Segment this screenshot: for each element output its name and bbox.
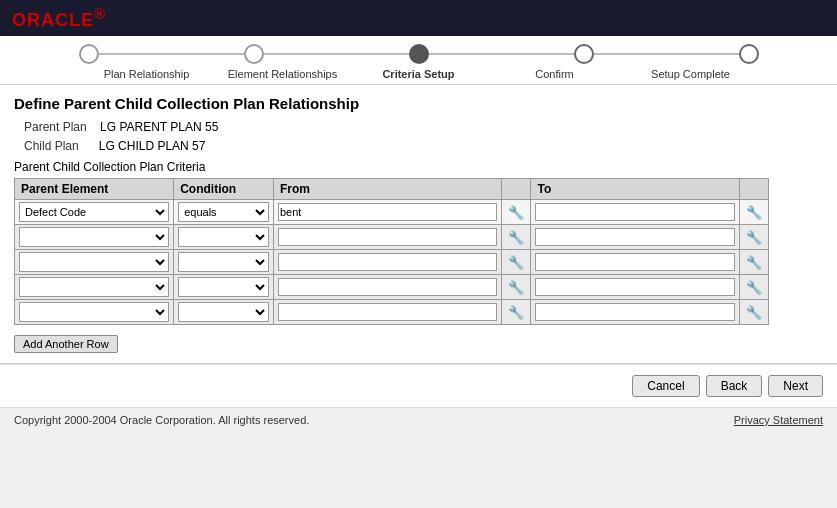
row2-to-cell[interactable] (531, 225, 740, 250)
row3-element-cell[interactable] (15, 250, 174, 275)
row3-to-cell[interactable] (531, 250, 740, 275)
wizard-label-5: Setup Complete (623, 66, 759, 80)
row2-to-btn-cell[interactable]: 🔧 (739, 225, 768, 250)
wizard-step-4-circle (574, 44, 594, 64)
content-area: Define Parent Child Collection Plan Rela… (0, 85, 837, 364)
parent-plan-value: LG PARENT PLAN 55 (100, 120, 218, 134)
row5-to-cell[interactable] (531, 300, 740, 325)
row5-element-cell[interactable] (15, 300, 174, 325)
row2-from-btn-cell[interactable]: 🔧 (502, 225, 531, 250)
row5-from-lookup-button[interactable]: 🔧 (506, 305, 526, 320)
row4-to-cell[interactable] (531, 275, 740, 300)
row3-condition-cell[interactable] (174, 250, 274, 275)
row4-from-btn-cell[interactable]: 🔧 (502, 275, 531, 300)
row4-to-btn-cell[interactable]: 🔧 (739, 275, 768, 300)
row4-element-cell[interactable] (15, 275, 174, 300)
row1-from-btn-cell[interactable]: 🔧 (502, 200, 531, 225)
page-title: Define Parent Child Collection Plan Rela… (14, 95, 823, 112)
row1-condition-select[interactable]: equals (178, 202, 269, 222)
wizard-bar: Plan Relationship Element Relationships … (0, 36, 837, 85)
row3-to-lookup-button[interactable]: 🔧 (744, 255, 764, 270)
footer-nav: Cancel Back Next (0, 364, 837, 407)
child-plan-label: Child Plan (24, 139, 79, 153)
privacy-statement-link[interactable]: Privacy Statement (734, 414, 823, 426)
row2-to-lookup-button[interactable]: 🔧 (744, 230, 764, 245)
table-row: Defect Code equals 🔧 � (15, 200, 769, 225)
row5-from-cell[interactable] (273, 300, 502, 325)
row3-element-select[interactable] (19, 252, 169, 272)
row2-condition-select[interactable] (178, 227, 269, 247)
table-row: 🔧 🔧 (15, 275, 769, 300)
row2-from-lookup-button[interactable]: 🔧 (506, 230, 526, 245)
row4-from-lookup-button[interactable]: 🔧 (506, 280, 526, 295)
col-header-to-btn (739, 179, 768, 200)
col-header-condition: Condition (174, 179, 274, 200)
row5-condition-cell[interactable] (174, 300, 274, 325)
table-row: 🔧 🔧 (15, 300, 769, 325)
row1-to-lookup-button[interactable]: 🔧 (744, 205, 764, 220)
col-header-parent-element: Parent Element (15, 179, 174, 200)
row2-to-input[interactable] (535, 228, 735, 246)
table-row: 🔧 🔧 (15, 250, 769, 275)
copyright-footer: Copyright 2000-2004 Oracle Corporation. … (0, 407, 837, 432)
row2-from-input[interactable] (278, 228, 498, 246)
wizard-step-2-circle (244, 44, 264, 64)
back-button[interactable]: Back (706, 375, 763, 397)
row4-from-input[interactable] (278, 278, 498, 296)
copyright-text: Copyright 2000-2004 Oracle Corporation. … (14, 414, 309, 426)
add-row-container: Add Another Row (14, 331, 823, 353)
wizard-line-3 (429, 53, 574, 55)
add-another-row-button[interactable]: Add Another Row (14, 335, 118, 353)
wizard-label-1: Plan Relationship (79, 66, 215, 80)
wizard-labels-row: Plan Relationship Element Relationships … (79, 66, 759, 80)
row4-element-select[interactable] (19, 277, 169, 297)
criteria-table: Parent Element Condition From To Defect … (14, 178, 769, 325)
col-header-to: To (531, 179, 740, 200)
row1-element-cell[interactable]: Defect Code (15, 200, 174, 225)
wizard-label-2: Element Relationships (215, 66, 351, 80)
oracle-logo: ORACLE® (12, 5, 106, 31)
row4-from-cell[interactable] (273, 275, 502, 300)
row3-from-lookup-button[interactable]: 🔧 (506, 255, 526, 270)
row5-from-btn-cell[interactable]: 🔧 (502, 300, 531, 325)
row5-to-lookup-button[interactable]: 🔧 (744, 305, 764, 320)
row3-condition-select[interactable] (178, 252, 269, 272)
row1-to-input[interactable] (535, 203, 735, 221)
wizard-steps-row (79, 44, 759, 64)
row5-to-btn-cell[interactable]: 🔧 (739, 300, 768, 325)
row4-to-input[interactable] (535, 278, 735, 296)
row4-condition-select[interactable] (178, 277, 269, 297)
row3-to-btn-cell[interactable]: 🔧 (739, 250, 768, 275)
next-button[interactable]: Next (768, 375, 823, 397)
col-header-from-btn (502, 179, 531, 200)
row1-from-input[interactable] (278, 203, 498, 221)
row1-from-lookup-button[interactable]: 🔧 (506, 205, 526, 220)
row5-from-input[interactable] (278, 303, 498, 321)
row1-condition-cell[interactable]: equals (174, 200, 274, 225)
row4-to-lookup-button[interactable]: 🔧 (744, 280, 764, 295)
row2-element-cell[interactable] (15, 225, 174, 250)
row2-element-select[interactable] (19, 227, 169, 247)
row5-element-select[interactable] (19, 302, 169, 322)
row1-element-select[interactable]: Defect Code (19, 202, 169, 222)
row2-condition-cell[interactable] (174, 225, 274, 250)
registered-mark: ® (94, 5, 106, 22)
child-plan-line: Child Plan LG CHILD PLAN 57 (24, 137, 823, 156)
row4-condition-cell[interactable] (174, 275, 274, 300)
row3-to-input[interactable] (535, 253, 735, 271)
row5-to-input[interactable] (535, 303, 735, 321)
wizard-line-4 (594, 53, 739, 55)
row1-to-cell[interactable] (531, 200, 740, 225)
parent-plan-label: Parent Plan (24, 120, 87, 134)
row1-from-cell[interactable] (273, 200, 502, 225)
row3-from-input[interactable] (278, 253, 498, 271)
cancel-button[interactable]: Cancel (632, 375, 699, 397)
row3-from-btn-cell[interactable]: 🔧 (502, 250, 531, 275)
row3-from-cell[interactable] (273, 250, 502, 275)
row2-from-cell[interactable] (273, 225, 502, 250)
wizard-line-1 (99, 53, 244, 55)
wizard-step-3-circle (409, 44, 429, 64)
row5-condition-select[interactable] (178, 302, 269, 322)
wizard-line-2 (264, 53, 409, 55)
row1-to-btn-cell[interactable]: 🔧 (739, 200, 768, 225)
